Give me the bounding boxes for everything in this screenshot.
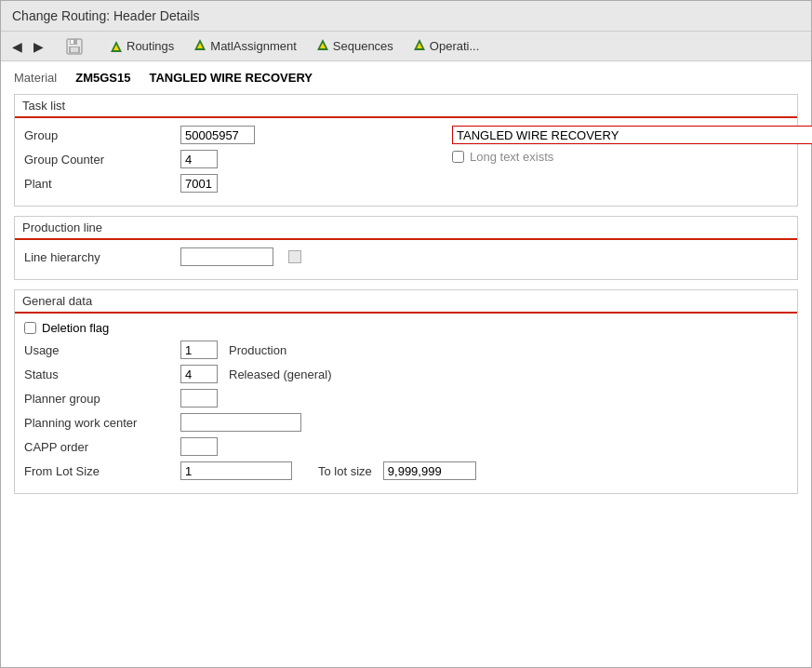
material-line: Material ZM5GS15 TANGLED WIRE RECOVERY	[14, 71, 798, 85]
operations-label: Operati...	[430, 39, 479, 53]
sequences-icon	[315, 37, 330, 55]
operations-icon	[412, 37, 427, 55]
status-row: Status Released (general)	[24, 365, 788, 383]
general-data-body: Deletion flag Usage Production Status Re…	[15, 314, 797, 493]
planner-group-input[interactable]	[180, 389, 218, 407]
material-id: ZM5GS15	[75, 71, 130, 85]
forward-button[interactable]: ▶	[30, 37, 47, 56]
capp-order-input[interactable]	[180, 437, 218, 456]
capp-order-label: CAPP order	[24, 440, 173, 454]
planner-group-row: Planner group	[24, 389, 788, 407]
nav-routings[interactable]: Routings	[101, 37, 181, 56]
svg-rect-4	[71, 47, 78, 52]
status-input[interactable]	[180, 365, 218, 383]
planner-group-label: Planner group	[24, 392, 173, 406]
content-area: Material ZM5GS15 TANGLED WIRE RECOVERY T…	[1, 61, 811, 513]
save-button[interactable]	[62, 36, 87, 57]
production-line-section: Production line Line hierarchy	[14, 216, 798, 280]
usage-text: Production	[229, 343, 286, 357]
line-hierarchy-input[interactable]	[180, 247, 273, 266]
group-counter-row: Group Counter	[24, 150, 433, 168]
group-input[interactable]	[180, 126, 255, 144]
task-list-body: Group Group Counter Plant	[15, 118, 797, 206]
planning-work-center-input[interactable]	[180, 413, 301, 432]
task-list-section: Task list Group Group Counter	[14, 94, 798, 207]
capp-order-row: CAPP order	[24, 437, 788, 456]
deletion-flag-checkbox[interactable]	[24, 322, 36, 334]
group-label: Group	[24, 128, 173, 142]
usage-label: Usage	[24, 343, 173, 357]
usage-input[interactable]	[180, 341, 218, 359]
plant-label: Plant	[24, 177, 173, 191]
production-line-header: Production line	[15, 217, 797, 240]
plant-input[interactable]	[180, 174, 218, 193]
deletion-flag-row: Deletion flag	[24, 321, 788, 335]
long-text-label: Long text exists	[470, 150, 553, 164]
line-hierarchy-label: Line hierarchy	[24, 250, 173, 264]
svg-rect-2	[71, 40, 73, 44]
to-lot-size-label-text: To lot size	[318, 464, 372, 478]
planning-work-center-label: Planning work center	[24, 416, 173, 430]
routings-label: Routings	[126, 39, 174, 53]
group-counter-label: Group Counter	[24, 153, 173, 167]
lot-size-row: From Lot Size To lot size To lot size	[24, 461, 788, 480]
save-icon	[66, 38, 83, 55]
material-name: TANGLED WIRE RECOVERY	[150, 71, 313, 85]
production-line-body: Line hierarchy	[15, 240, 797, 279]
from-lot-size-input[interactable]	[180, 461, 292, 480]
line-hierarchy-row: Line hierarchy	[24, 247, 788, 266]
nav-sequences[interactable]: Sequences	[308, 35, 401, 57]
general-data-header: General data	[15, 290, 797, 314]
matlassignment-icon	[193, 37, 207, 55]
toolbar: ◀ ▶ Routings	[1, 32, 811, 61]
general-data-section: General data Deletion flag Usage Product…	[14, 289, 798, 494]
from-lot-size-label: From Lot Size	[24, 464, 173, 478]
usage-row: Usage Production	[24, 341, 788, 359]
long-text-row: Long text exists	[452, 150, 812, 164]
long-text-checkbox[interactable]	[452, 151, 464, 163]
to-lot-size-input[interactable]	[383, 461, 476, 480]
planning-work-center-row: Planning work center	[24, 413, 788, 432]
description-input[interactable]	[452, 126, 812, 144]
nav-matlassignment[interactable]: MatlAssignment	[185, 35, 303, 57]
status-label: Status	[24, 367, 173, 381]
deletion-flag-label: Deletion flag	[42, 321, 109, 335]
routings-icon	[109, 39, 124, 54]
material-label: Material	[14, 71, 57, 85]
back-button[interactable]: ◀	[8, 37, 26, 56]
plant-row: Plant	[24, 174, 433, 193]
nav-operations[interactable]: Operati...	[405, 35, 486, 57]
window-title: Change Routing: Header Details	[12, 8, 200, 23]
sequences-label: Sequences	[333, 39, 393, 53]
status-text: Released (general)	[229, 367, 332, 381]
title-bar: Change Routing: Header Details	[1, 1, 811, 32]
group-row: Group	[24, 126, 433, 144]
group-counter-input[interactable]	[180, 150, 218, 168]
matlassignment-label: MatlAssignment	[210, 39, 296, 53]
task-list-header: Task list	[15, 95, 797, 118]
